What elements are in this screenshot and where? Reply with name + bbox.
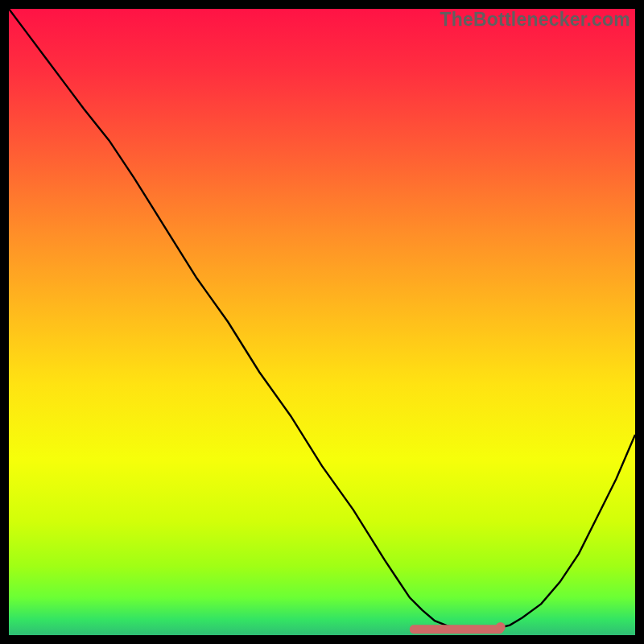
chart-frame: TheBottlenecker.com xyxy=(9,9,635,635)
watermark-text: TheBottlenecker.com xyxy=(440,9,630,31)
chart-gradient-background xyxy=(9,9,635,635)
svg-rect-0 xyxy=(9,9,635,635)
